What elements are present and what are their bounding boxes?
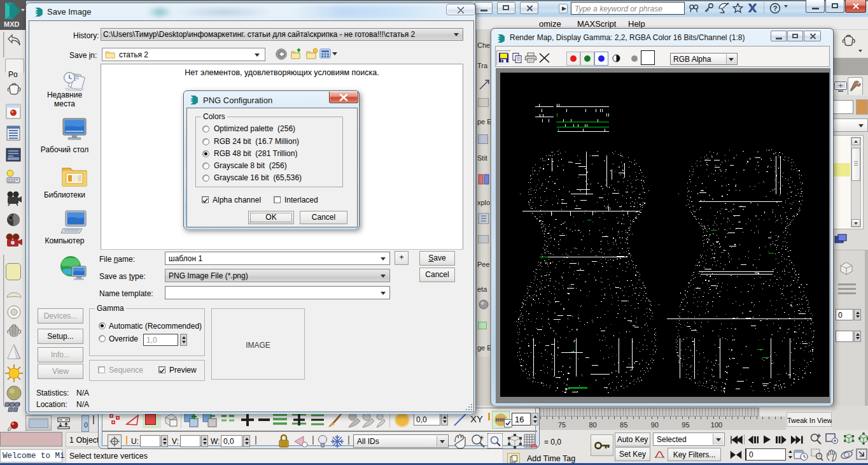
svg-text:?: ? — [773, 4, 778, 12]
